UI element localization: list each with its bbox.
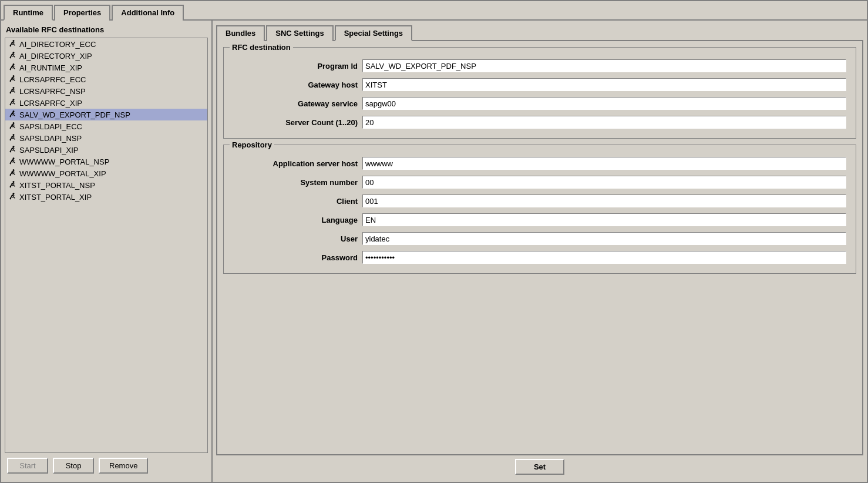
tab-special-settings[interactable]: Special Settings [335,25,412,41]
list-item[interactable]: XITST_PORTAL_XIP [5,191,207,203]
list-item-label: XITST_PORTAL_NSP [19,181,95,190]
form-label: Client [233,197,362,206]
list-item[interactable]: WWWWW_PORTAL_NSP [5,156,207,167]
rfc-destination-section: RFC destination Program IdGateway hostGa… [223,47,856,139]
form-label: Gateway host [233,80,362,89]
list-item-label: XITST_PORTAL_XIP [19,193,92,202]
list-item-label: SAPSLDAPI_ECC [19,122,82,131]
list-item[interactable]: AI_DIRECTORY_XIP [5,50,207,62]
form-row: Client [233,194,846,207]
form-row: Server Count (1..20) [233,116,846,129]
form-input-gateway-host[interactable] [362,78,846,91]
form-label: Server Count (1..20) [233,118,362,127]
list-item-label: SAPSLDAPI_XIP [19,146,78,155]
svg-point-1 [13,52,15,53]
runner-icon [8,180,17,190]
remove-button[interactable]: Remove [99,458,148,474]
svg-point-4 [13,87,15,89]
tab-snc-settings[interactable]: SNC Settings [266,25,333,41]
tab-bundles[interactable]: Bundles [216,25,265,41]
list-item-label: SALV_WD_EXPORT_PDF_NSP [19,110,130,119]
form-input-user[interactable] [362,232,846,245]
runner-icon [8,110,17,119]
list-item[interactable]: LCRSAPRFC_NSP [5,85,207,97]
runner-icon [8,98,17,108]
sub-tab-bar: Bundles SNC Settings Special Settings [216,24,863,40]
svg-point-8 [13,134,15,136]
form-row: Gateway service [233,97,846,110]
list-item-label: AI_DIRECTORY_ECC [19,40,96,49]
svg-point-7 [13,122,15,124]
form-label: Application server host [233,159,362,168]
list-item-label: LCRSAPRFC_ECC [19,75,86,84]
form-input-program-id[interactable] [362,59,846,72]
repository-section: Repository Application server hostSystem… [223,145,856,274]
runner-icon [8,39,17,49]
form-input-system-number[interactable] [362,176,846,189]
svg-point-12 [13,181,15,183]
top-tab-bar: Runtime Properties Additional Info [1,1,867,21]
svg-point-11 [13,169,15,171]
form-input-server-count--1--20-[interactable] [362,116,846,129]
form-label: Password [233,253,362,262]
svg-point-3 [13,75,15,77]
list-item[interactable]: WWWWW_PORTAL_XIP [5,167,207,179]
runner-icon [8,192,17,202]
runner-icon [8,51,17,61]
form-input-password[interactable] [362,251,846,264]
form-label: Gateway service [233,99,362,108]
list-item-label: LCRSAPRFC_XIP [19,99,82,108]
list-item-label: LCRSAPRFC_NSP [19,87,86,96]
svg-point-9 [13,146,15,147]
form-row: Gateway host [233,78,846,91]
svg-point-10 [13,157,15,159]
list-item-label: WWWWW_PORTAL_NSP [19,157,109,166]
form-row: Application server host [233,157,846,170]
list-item[interactable]: LCRSAPRFC_XIP [5,97,207,109]
runner-icon [8,145,17,155]
form-label: System number [233,178,362,187]
tab-properties[interactable]: Properties [54,5,110,21]
start-button[interactable]: Start [7,458,48,474]
stop-button[interactable]: Stop [53,458,94,474]
list-item[interactable]: SAPSLDAPI_NSP [5,132,207,144]
rfc-destination-title: RFC destination [230,43,293,52]
form-input-gateway-service[interactable] [362,97,846,110]
runner-icon [8,75,17,84]
set-button[interactable]: Set [515,459,564,475]
runner-icon [8,133,17,143]
list-item[interactable]: SAPSLDAPI_XIP [5,144,207,156]
form-row: System number [233,176,846,189]
list-item[interactable]: SALV_WD_EXPORT_PDF_NSP [5,109,207,120]
runner-icon [8,86,17,96]
content-area: Available RFC destinations AI_DIRECTORY_… [1,21,867,482]
form-row: User [233,232,846,245]
tab-runtime[interactable]: Runtime [4,5,53,21]
main-container: Runtime Properties Additional Info Avail… [0,0,868,483]
form-input-client[interactable] [362,194,846,207]
svg-point-5 [13,99,15,100]
list-item[interactable]: AI_RUNTIME_XIP [5,62,207,73]
right-content: RFC destination Program IdGateway hostGa… [216,40,863,455]
svg-point-13 [13,193,15,194]
bottom-buttons: Start Stop Remove [5,453,208,478]
list-item-label: AI_RUNTIME_XIP [19,63,82,72]
tab-additional-info[interactable]: Additional Info [112,5,184,21]
svg-point-0 [13,40,15,42]
runner-icon [8,169,17,178]
list-item[interactable]: AI_DIRECTORY_ECC [5,38,207,50]
rfc-destinations-list: AI_DIRECTORY_ECC AI_DIRECTORY_XIP AI_RUN… [5,38,208,453]
left-panel: Available RFC destinations AI_DIRECTORY_… [1,21,213,482]
list-item[interactable]: XITST_PORTAL_NSP [5,179,207,191]
form-input-language[interactable] [362,213,846,226]
form-row: Language [233,213,846,226]
form-row: Password [233,251,846,264]
list-item[interactable]: LCRSAPRFC_ECC [5,73,207,85]
left-panel-title: Available RFC destinations [5,24,208,35]
form-input-application-server-host[interactable] [362,157,846,170]
right-panel: Bundles SNC Settings Special Settings RF… [213,21,867,482]
list-item-label: SAPSLDAPI_NSP [19,134,82,143]
list-item[interactable]: SAPSLDAPI_ECC [5,120,207,132]
form-label: User [233,234,362,243]
list-item-label: WWWWW_PORTAL_XIP [19,169,106,178]
